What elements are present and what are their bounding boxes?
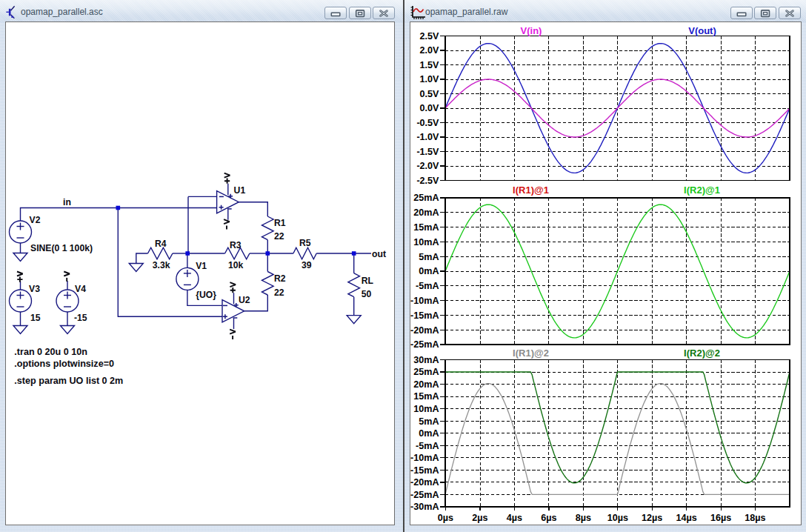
- svg-text:0.0V: 0.0V: [420, 103, 440, 113]
- svg-text:0.5V: 0.5V: [420, 89, 440, 99]
- svg-text:20mA: 20mA: [413, 207, 439, 218]
- svg-text:0mA: 0mA: [419, 428, 439, 439]
- svg-text:39: 39: [302, 260, 312, 270]
- svg-text:6µs: 6µs: [541, 513, 556, 523]
- svg-text:R4: R4: [155, 239, 167, 249]
- svg-text:3.3k: 3.3k: [153, 260, 170, 270]
- svg-text:-1.5V: -1.5V: [416, 147, 439, 157]
- svg-text:RL: RL: [362, 276, 374, 286]
- svg-text:22: 22: [274, 287, 284, 298]
- svg-text:out: out: [372, 249, 386, 259]
- svg-text:15mA: 15mA: [413, 222, 439, 233]
- svg-text:14µs: 14µs: [676, 513, 697, 523]
- svg-text:20mA: 20mA: [413, 379, 439, 390]
- svg-text:-0.5V: -0.5V: [416, 118, 439, 128]
- svg-text:{UO}: {UO}: [196, 290, 216, 300]
- svg-text:12µs: 12µs: [642, 513, 662, 523]
- svg-text:-20mA: -20mA: [410, 325, 439, 336]
- svg-text:-5mA: -5mA: [416, 441, 439, 451]
- svg-text:5mA: 5mA: [419, 252, 439, 262]
- svg-text:0mA: 0mA: [419, 266, 439, 276]
- svg-text:I(R1)@2: I(R1)@2: [513, 348, 549, 359]
- svg-text:R3: R3: [230, 240, 242, 250]
- svg-text:.tran 0 20u 0 10n: .tran 0 20u 0 10n: [14, 347, 87, 357]
- svg-text:V(in): V(in): [521, 25, 542, 36]
- svg-text:30mA: 30mA: [413, 355, 439, 365]
- svg-text:-30mA: -30mA: [410, 502, 439, 512]
- svg-text:-2.0V: -2.0V: [416, 161, 439, 171]
- svg-text:16µs: 16µs: [710, 513, 731, 523]
- svg-text:-20mA: -20mA: [410, 477, 439, 488]
- svg-text:2µs: 2µs: [472, 513, 487, 523]
- svg-text:4µs: 4µs: [507, 513, 522, 523]
- svg-text:V(out): V(out): [688, 25, 716, 36]
- svg-text:15mA: 15mA: [413, 391, 439, 402]
- svg-text:V3: V3: [29, 284, 40, 294]
- svg-text:V2: V2: [30, 215, 41, 225]
- svg-text:.step param UO list 0 2m: .step param UO list 0 2m: [14, 376, 123, 386]
- svg-text:-15mA: -15mA: [410, 310, 439, 321]
- svg-text:-25mA: -25mA: [410, 339, 439, 350]
- svg-text:15: 15: [30, 313, 41, 323]
- svg-text:1.0V: 1.0V: [420, 74, 440, 84]
- svg-text:.options plotwinsize=0: .options plotwinsize=0: [14, 359, 114, 369]
- svg-text:22: 22: [274, 231, 284, 242]
- svg-text:10mA: 10mA: [413, 237, 439, 247]
- svg-text:2.5V: 2.5V: [420, 31, 440, 41]
- svg-text:-10mA: -10mA: [410, 296, 439, 306]
- svg-text:10µs: 10µs: [607, 513, 628, 523]
- svg-text:R1: R1: [274, 218, 286, 228]
- svg-text:I(R1)@1: I(R1)@1: [513, 184, 549, 196]
- svg-text:0µs: 0µs: [438, 513, 453, 523]
- svg-text:8µs: 8µs: [576, 513, 591, 523]
- svg-text:1.5V: 1.5V: [420, 60, 440, 70]
- svg-text:I(R2)@2: I(R2)@2: [684, 348, 720, 359]
- svg-text:-2.5V: -2.5V: [416, 176, 439, 186]
- svg-text:R2: R2: [274, 273, 286, 284]
- svg-text:18µs: 18µs: [745, 513, 765, 523]
- svg-text:V1: V1: [196, 261, 207, 271]
- svg-text:V4: V4: [75, 284, 86, 294]
- svg-text:-25mA: -25mA: [410, 490, 439, 500]
- svg-text:-15: -15: [74, 313, 87, 323]
- svg-text:U1: U1: [234, 185, 246, 196]
- svg-text:-1.0V: -1.0V: [416, 132, 439, 142]
- svg-text:in: in: [63, 197, 71, 207]
- svg-text:-10mA: -10mA: [410, 453, 439, 463]
- svg-text:U2: U2: [239, 295, 250, 305]
- svg-text:10k: 10k: [228, 260, 244, 270]
- svg-text:-15mA: -15mA: [410, 465, 439, 476]
- svg-text:SINE(0 1 100k): SINE(0 1 100k): [30, 243, 93, 253]
- svg-text:R5: R5: [299, 238, 311, 248]
- svg-text:25mA: 25mA: [413, 367, 439, 377]
- svg-text:-5mA: -5mA: [416, 281, 439, 291]
- svg-text:5mA: 5mA: [419, 416, 439, 427]
- svg-text:2.0V: 2.0V: [420, 45, 440, 56]
- svg-text:25mA: 25mA: [413, 193, 439, 203]
- svg-text:10mA: 10mA: [413, 404, 439, 414]
- svg-text:50: 50: [362, 289, 372, 299]
- svg-text:I(R2)@1: I(R2)@1: [684, 184, 720, 196]
